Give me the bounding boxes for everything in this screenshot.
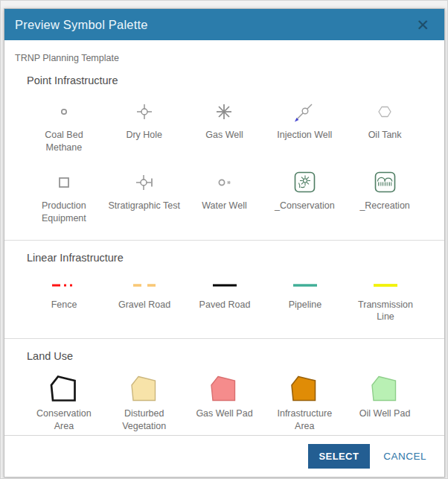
symbol-label: Transmission Line (349, 299, 422, 324)
preview-symbol-palette-dialog: Preview Symbol Palette ✕ TRNP Planning T… (4, 8, 445, 478)
pipeline-line-symbol-icon (265, 276, 345, 295)
cancel-button[interactable]: CANCEL (383, 451, 426, 462)
symbol-label: _Recreation (359, 200, 409, 212)
symbol-cell: Gravel Road (104, 276, 185, 324)
symbol-label: Infrastructure Area (268, 407, 341, 433)
symbol-cell: Transmission Line (345, 276, 426, 324)
symbol-label: Injection Well (277, 129, 332, 142)
transmission-line-symbol-icon (345, 276, 426, 295)
symbol-label: Oil Tank (368, 129, 402, 142)
infrastructure-area-polygon-symbol-icon (288, 374, 321, 404)
injection-well-symbol-icon (289, 98, 319, 125)
dialog-header: Preview Symbol Palette ✕ (4, 9, 444, 40)
close-icon[interactable]: ✕ (413, 16, 432, 34)
dry-hole-symbol-icon (129, 98, 159, 125)
conservation-point-symbol-icon (289, 169, 319, 196)
symbol-label: Gas Well (205, 129, 243, 142)
section-land-use: Land UseConservation AreaDisturbed Veget… (4, 338, 444, 434)
symbol-label: Paved Road (199, 299, 251, 311)
symbol-cell: Paved Road (185, 276, 265, 324)
production-equipment-symbol-icon (49, 169, 79, 196)
coal-bed-methane-symbol-icon (49, 98, 79, 125)
symbol-cell: _Recreation (345, 169, 425, 225)
water-well-symbol-icon (209, 169, 239, 196)
gas-well-symbol-icon (209, 98, 239, 125)
symbol-cell: Water Well (185, 169, 265, 225)
symbol-label: Water Well (202, 200, 246, 212)
page-background: { "window": { "title": "Preview Symbol P… (0, 0, 448, 479)
symbol-grid: Coal Bed MethaneDry HoleGas WellInjectio… (24, 98, 425, 225)
symbol-label: Fence (51, 299, 77, 311)
section-title: Point Infrastructure (27, 74, 422, 86)
fence-line-symbol-icon (24, 276, 104, 295)
template-name: TRNP Planning Template (15, 53, 434, 63)
symbol-cell: Oil Tank (345, 98, 425, 154)
symbol-cell: Pipeline (265, 276, 345, 324)
symbol-grid: FenceGravel RoadPaved RoadPipelineTransm… (24, 276, 425, 324)
gravel-road-line-symbol-icon (104, 276, 185, 295)
symbol-grid: Conservation AreaDisturbed VegetationGas… (24, 374, 425, 433)
symbol-cell: Injection Well (264, 98, 345, 154)
symbol-cell: Oil Well Pad (345, 374, 425, 433)
disturbed-vegetation-polygon-symbol-icon (128, 374, 161, 404)
symbol-label: Oil Well Pad (359, 407, 411, 420)
symbol-cell: Conservation Area (24, 374, 104, 433)
paved-road-line-symbol-icon (185, 276, 265, 295)
symbol-label: Production Equipment (28, 200, 100, 225)
symbol-cell: Fence (24, 276, 104, 324)
symbol-label: Gravel Road (118, 299, 170, 311)
dialog-body: TRNP Planning Template Point Infrastruct… (4, 40, 444, 434)
symbol-cell: Coal Bed Methane (24, 98, 104, 154)
symbol-cell: Production Equipment (24, 169, 104, 225)
symbol-cell: Stratigraphic Test (104, 169, 185, 225)
symbol-label: Stratigraphic Test (109, 200, 180, 212)
symbol-label: Conservation Area (28, 407, 100, 433)
symbol-label: Dry Hole (126, 129, 162, 142)
conservation-area-polygon-symbol-icon (48, 374, 80, 404)
section-title: Land Use (27, 350, 422, 362)
stratigraphic-test-symbol-icon (129, 169, 159, 196)
section-linear-infrastructure: Linear InfrastructureFenceGravel RoadPav… (4, 240, 444, 339)
select-button[interactable]: SELECT (308, 444, 371, 469)
symbol-cell: Gas Well Pad (185, 374, 265, 433)
symbol-cell: Gas Well (185, 98, 265, 154)
symbol-label: Coal Bed Methane (28, 129, 100, 154)
oil-tank-symbol-icon (370, 98, 400, 125)
dialog-title: Preview Symbol Palette (15, 18, 148, 32)
symbol-label: Disturbed Vegetation (108, 407, 181, 433)
symbol-cell: Infrastructure Area (264, 374, 345, 433)
gas-well-pad-polygon-symbol-icon (208, 374, 240, 404)
section-point-infrastructure: Point InfrastructureCoal Bed MethaneDry … (4, 63, 444, 240)
dialog-footer: SELECT CANCEL (4, 435, 444, 477)
section-title: Linear Infrastructure (27, 252, 422, 264)
sections: Point InfrastructureCoal Bed MethaneDry … (4, 63, 444, 434)
recreation-point-symbol-icon (370, 169, 400, 196)
oil-well-pad-polygon-symbol-icon (368, 374, 401, 404)
symbol-label: Pipeline (289, 299, 321, 311)
symbol-cell: Dry Hole (104, 98, 185, 154)
symbol-cell: _Conservation (264, 169, 345, 225)
symbol-label: _Conservation (275, 200, 335, 212)
symbol-cell: Disturbed Vegetation (104, 374, 185, 433)
symbol-label: Gas Well Pad (196, 407, 252, 420)
